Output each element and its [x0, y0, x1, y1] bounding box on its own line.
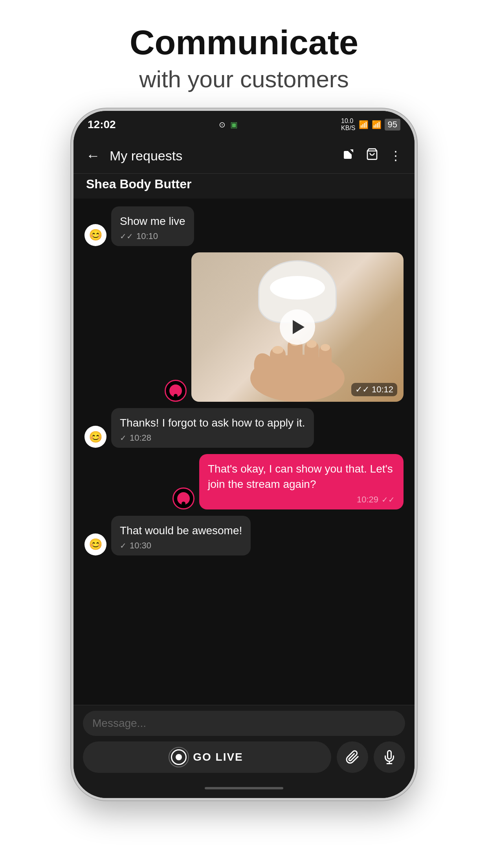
bubble-received: Show me live ✓✓ 10:10	[111, 206, 194, 246]
sent-avatar-dot-4	[177, 492, 190, 505]
avatar: 😊	[84, 224, 106, 246]
message-row-5: 😊 That would be awesome! ✓ 10:30	[81, 516, 407, 555]
video-bubble[interactable]: ✓✓ 10:12	[191, 252, 404, 402]
signal-icon: 📶	[372, 120, 382, 129]
input-area: Message... GO LIVE	[73, 705, 415, 778]
bubble-sent-4: That's okay, I can show you that. Let's …	[199, 454, 404, 509]
message-row-video: ✓✓ 10:12	[81, 252, 407, 402]
bubble-received-3: Thanks! I forgot to ask how to apply it.…	[111, 408, 314, 448]
bubble-text: Show me live	[120, 213, 185, 229]
play-button[interactable]	[280, 309, 315, 345]
product-title: Shea Body Butter	[86, 177, 191, 191]
battery-icon: 95	[385, 119, 400, 131]
video-check-icon: ✓✓	[355, 384, 369, 395]
sent-avatar-video	[165, 380, 187, 402]
page-subtitle: with your customers	[130, 66, 358, 93]
go-live-icon	[171, 749, 187, 765]
check-icon-5: ✓	[120, 541, 127, 550]
check-icon: ✓✓	[120, 232, 133, 241]
video-thumbnail: ✓✓ 10:12	[191, 252, 404, 402]
message-input-placeholder[interactable]: Message...	[92, 717, 146, 729]
go-live-button[interactable]: GO LIVE	[83, 741, 331, 773]
status-icons-left: ⊙ ▣	[219, 120, 238, 129]
message-row: 😊 Show me live ✓✓ 10:10	[81, 206, 407, 246]
home-indicator	[73, 778, 415, 798]
home-bar	[205, 787, 283, 789]
more-icon[interactable]: ⋮	[389, 148, 402, 163]
back-button[interactable]: ←	[86, 147, 100, 164]
message-input-container[interactable]: Message...	[83, 711, 405, 736]
chat-area[interactable]: 😊 Show me live ✓✓ 10:10	[73, 199, 415, 705]
whatsapp-icon: ⊙	[219, 120, 226, 129]
go-live-label: GO LIVE	[193, 751, 243, 763]
bubble-text-3: Thanks! I forgot to ask how to apply it.	[120, 415, 305, 430]
message-time: 10:10	[136, 231, 158, 241]
svg-rect-6	[270, 360, 331, 392]
bubble-meta-4: 10:29 ✓✓	[208, 495, 395, 505]
message-time-4: 10:29	[357, 495, 378, 505]
play-triangle-icon	[293, 320, 305, 334]
bubble-meta: ✓✓ 10:10	[120, 231, 185, 241]
app-icon: ▣	[230, 120, 238, 129]
attachment-button[interactable]	[337, 741, 368, 773]
check-icon-4: ✓✓	[382, 495, 395, 504]
status-time: 12:02	[88, 118, 116, 131]
video-time: 10:12	[372, 384, 393, 395]
input-actions: GO LIVE	[83, 741, 405, 773]
bubble-text-5: That would be awesome!	[120, 523, 242, 538]
check-icon-3: ✓	[120, 433, 127, 443]
status-bar: 12:02 ⊙ ▣ 10.0KB/S 📶 📶 95	[73, 111, 415, 138]
avatar-3: 😊	[84, 426, 106, 448]
message-time-3: 10:28	[130, 433, 151, 443]
microphone-button[interactable]	[374, 741, 405, 773]
page-title: Communicate	[130, 24, 358, 62]
go-live-ring	[169, 747, 189, 767]
svg-point-10	[321, 344, 330, 351]
cart-icon[interactable]	[366, 148, 378, 164]
chat-header: Shea Body Butter	[73, 174, 415, 199]
bubble-meta-3: ✓ 10:28	[120, 433, 305, 443]
message-row-4: That's okay, I can show you that. Let's …	[81, 454, 407, 509]
bubble-received-5: That would be awesome! ✓ 10:30	[111, 516, 251, 555]
phone-frame: 12:02 ⊙ ▣ 10.0KB/S 📶 📶 95 ← My requests …	[71, 108, 417, 800]
video-meta: ✓✓ 10:12	[351, 383, 397, 396]
data-speed-icon: 10.0KB/S	[341, 118, 355, 132]
wifi-icon: 📶	[359, 120, 369, 129]
avatar-5: 😊	[84, 533, 106, 555]
nav-actions: ⋮	[342, 148, 402, 164]
svg-point-7	[272, 346, 283, 354]
message-time-5: 10:30	[130, 541, 151, 551]
external-link-icon[interactable]	[342, 148, 355, 164]
nav-bar: ← My requests ⋮	[73, 138, 415, 174]
sent-avatar-4	[172, 487, 194, 509]
message-row-3: 😊 Thanks! I forgot to ask how to apply i…	[81, 408, 407, 448]
bubble-meta-5: ✓ 10:30	[120, 541, 242, 551]
status-right: 10.0KB/S 📶 📶 95	[341, 118, 400, 132]
bubble-text-4: That's okay, I can show you that. Let's …	[208, 461, 395, 492]
sent-avatar-dot-video	[169, 384, 182, 397]
nav-title: My requests	[110, 148, 342, 164]
page-header: Communicate with your customers	[130, 0, 358, 93]
